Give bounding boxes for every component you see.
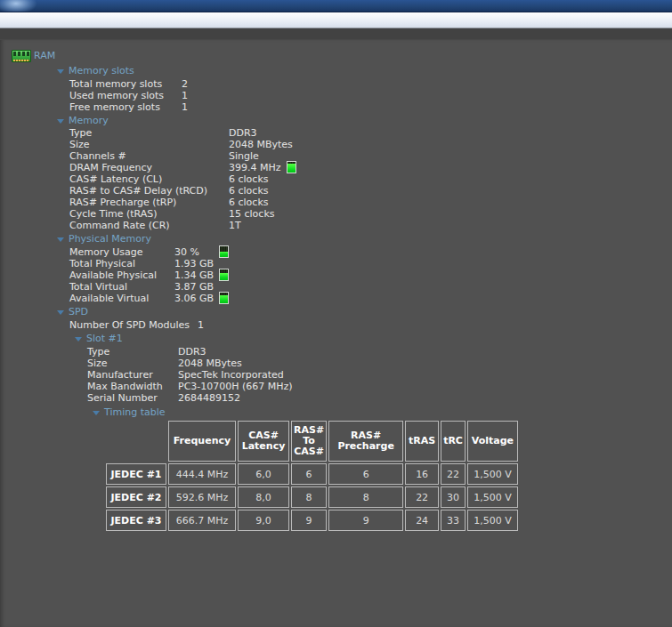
cell-trc: 30 (441, 486, 466, 508)
collapse-arrow-icon[interactable] (93, 411, 100, 415)
collapse-arrow-icon[interactable] (75, 337, 82, 342)
row-value: 3.06 GB (174, 293, 214, 304)
column-header-cas-latency: CAS# Latency (238, 421, 289, 462)
column-header-ras-to-cas: RAS# To CAS# (291, 421, 327, 462)
row-value: 3.87 GB (174, 281, 214, 293)
device-title: RAM (34, 50, 55, 61)
row-label: Free memory slots (69, 101, 160, 113)
cell-voltage: 1,500 V (467, 463, 518, 485)
titlebar-highlight (0, 0, 37, 12)
cell-tras: 22 (405, 486, 439, 508)
section-header-timing-table[interactable]: Timing table (93, 406, 166, 418)
row-value: DDR3 (178, 346, 206, 358)
timing-table: Frequency CAS# Latency RAS# To CAS# RAS#… (104, 419, 520, 533)
cell-frequency: 666.7 MHz (168, 510, 236, 531)
cell-ras-to-cas: 8 (291, 486, 327, 508)
row-value: 15 clocks (229, 208, 274, 220)
section-title: Physical Memory (69, 233, 151, 245)
cell-frequency: 444.4 MHz (168, 463, 236, 485)
column-header-trc: tRC (441, 421, 466, 462)
collapse-arrow-icon[interactable] (57, 310, 64, 315)
cell-trc: 33 (441, 510, 466, 531)
row-value: SpecTek Incorporated (178, 369, 284, 381)
ram-module-icon (12, 50, 31, 62)
cell-voltage: 1,500 V (467, 486, 518, 508)
row-label: Channels # (69, 150, 126, 162)
cell-ras-to-cas: 6 (291, 463, 327, 485)
column-header-voltage: Voltage (467, 421, 518, 462)
column-header-tras: tRAS (405, 421, 439, 462)
row-value: 2684489152 (178, 392, 240, 404)
row-label: Serial Number (87, 392, 158, 404)
row-label: Type (87, 346, 109, 358)
row-label: Size (87, 358, 108, 369)
row-label: CAS# Latency (CL) (69, 173, 162, 185)
timing-table-header-row: Frequency CAS# Latency RAS# To CAS# RAS#… (106, 421, 518, 462)
cell-ras-precharge: 9 (328, 510, 403, 531)
column-header-ras-precharge: RAS# Precharge (328, 421, 403, 462)
row-label: Available Virtual (69, 293, 149, 304)
row-value: 6 clocks (229, 173, 268, 185)
row-label: Memory Usage (69, 246, 143, 258)
available-virtual-level-indicator-icon (219, 292, 229, 304)
row-value: 399.4 MHz (229, 162, 281, 173)
cell-cas-latency: 6,0 (238, 463, 289, 485)
row-label: Number Of SPD Modules (69, 319, 190, 331)
row-label: RAS# Precharge (tRP) (69, 197, 176, 208)
section-header-slot1[interactable]: Slot #1 (75, 333, 123, 344)
toolbar-band (0, 28, 672, 40)
cell-frequency: 592.6 MHz (168, 486, 236, 508)
memory-usage-level-indicator-icon (219, 245, 229, 258)
available-physical-level-indicator-icon (219, 269, 229, 281)
section-title: SPD (69, 306, 88, 318)
row-label: Size (69, 139, 90, 150)
cell-tras: 16 (405, 463, 439, 485)
cell-cas-latency: 9,0 (238, 510, 289, 531)
row-header-jedec1: JEDEC #1 (106, 463, 166, 485)
frequency-level-indicator-icon (287, 161, 296, 173)
row-label: Max Bandwidth (87, 381, 163, 392)
row-value: 2048 MBytes (178, 358, 242, 369)
section-title: Memory slots (69, 65, 134, 76)
table-row: JEDEC #3 666.7 MHz 9,0 9 9 24 33 1,500 V (106, 510, 518, 531)
row-label: Type (69, 127, 92, 139)
row-label: DRAM Frequency (69, 162, 152, 173)
cell-cas-latency: 8,0 (238, 486, 289, 508)
row-value: 1T (229, 220, 241, 231)
row-label: RAS# to CAS# Delay (tRCD) (69, 185, 207, 197)
row-label: Used memory slots (69, 90, 164, 101)
row-value: 1.34 GB (174, 269, 214, 281)
section-header-spd[interactable]: SPD (57, 306, 88, 318)
collapse-arrow-icon[interactable] (57, 119, 64, 124)
cell-ras-to-cas: 9 (291, 510, 327, 531)
row-header-jedec3: JEDEC #3 (106, 510, 166, 531)
row-label: Total memory slots (69, 78, 162, 90)
row-value: 2048 MBytes (229, 139, 293, 150)
section-header-memory-slots[interactable]: Memory slots (57, 65, 134, 76)
row-label: Command Rate (CR) (69, 220, 170, 231)
window-title-bar (0, 0, 672, 12)
cell-trc: 22 (441, 463, 466, 485)
row-value: 1.93 GB (174, 258, 214, 269)
row-value: 6 clocks (229, 197, 268, 208)
table-row: JEDEC #1 444.4 MHz 6,0 6 6 16 22 1,500 V (106, 463, 518, 485)
cell-ras-precharge: 8 (328, 486, 403, 508)
section-header-physical-memory[interactable]: Physical Memory (57, 233, 151, 245)
row-label: Total Virtual (69, 281, 127, 293)
row-label: Cycle Time (tRAS) (69, 208, 158, 220)
timing-table-corner-cell (106, 421, 166, 462)
section-title: Memory (69, 115, 109, 126)
row-value: 30 % (174, 246, 199, 258)
row-value: 2 (182, 78, 188, 90)
section-header-memory[interactable]: Memory (57, 115, 109, 126)
row-value: 1 (182, 90, 188, 101)
collapse-arrow-icon[interactable] (57, 237, 64, 242)
table-row: JEDEC #2 592.6 MHz 8,0 8 8 22 30 1,500 V (106, 486, 518, 508)
row-label: Total Physical (69, 258, 135, 269)
row-value: 6 clocks (229, 185, 268, 197)
collapse-arrow-icon[interactable] (57, 69, 64, 74)
cell-tras: 24 (405, 510, 439, 531)
cell-voltage: 1,500 V (467, 510, 518, 531)
section-title: Timing table (104, 406, 166, 418)
row-value: PC3-10700H (667 MHz) (178, 381, 293, 392)
